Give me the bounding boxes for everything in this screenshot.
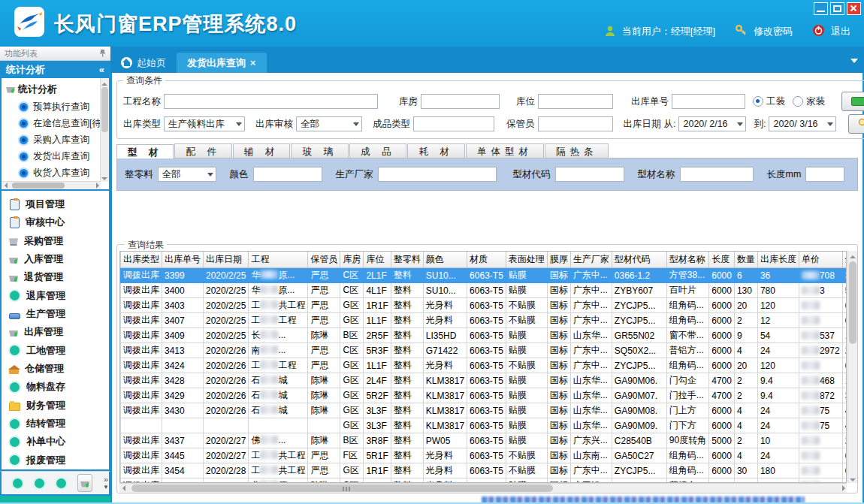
- cell-outlen[interactable]: 780: [757, 283, 799, 298]
- cell-surf[interactable]: 不贴膜: [506, 313, 547, 328]
- project-name-input[interactable]: [164, 94, 378, 109]
- cell-price_tail[interactable]: 2972: [799, 343, 842, 358]
- tree-item[interactable]: 收货入库查询: [5, 164, 107, 181]
- cell-wh[interactable]: G区: [340, 358, 364, 373]
- cell-date[interactable]: 2020/2/27: [204, 448, 249, 463]
- table-row[interactable]: 调拨出库34302020/2/26石城陈琳G区3L3F整料KLM38176063…: [121, 403, 847, 418]
- cell-mfr[interactable]: 广东兴...: [570, 433, 612, 448]
- cell-amt[interactable]: 0: [842, 463, 847, 478]
- tab-close-icon[interactable]: ×: [250, 57, 256, 68]
- cell-loc[interactable]: 5R2F: [364, 388, 391, 403]
- cell-proj[interactable]: 佛...: [249, 433, 308, 448]
- cell-name[interactable]: 门上方: [666, 403, 708, 418]
- cell-date[interactable]: [204, 418, 249, 433]
- cell-surf[interactable]: 不贴膜: [506, 448, 547, 463]
- cell-proj[interactable]: [249, 418, 308, 433]
- cell-amt[interactable]: 0: [842, 358, 847, 373]
- cell-wh[interactable]: B区: [340, 433, 364, 448]
- cell-keeper[interactable]: 严思: [308, 283, 340, 298]
- cell-zl[interactable]: 整料: [391, 343, 423, 358]
- logout-link[interactable]: 退出: [831, 25, 850, 38]
- cell-wh[interactable]: C区: [340, 268, 364, 283]
- cell-zl[interactable]: 整料: [391, 313, 423, 328]
- cell-film[interactable]: 国标: [547, 418, 570, 433]
- date-to-picker[interactable]: 2020/ 3/16: [769, 116, 836, 131]
- cell-no[interactable]: 3429: [162, 388, 204, 403]
- dot-icon[interactable]: [13, 478, 23, 488]
- cell-qty[interactable]: 6: [734, 268, 757, 283]
- cell-qty[interactable]: 20: [734, 358, 757, 373]
- table-row[interactable]: 调拨出库34372020/2/27佛...陈琳B区3R8F整料PW056063-…: [121, 433, 847, 448]
- table-row[interactable]: 调拨出库34452020/2/27工共工程严思F区5R1F整料光身料6063-T…: [121, 448, 847, 463]
- cell-zl[interactable]: 整料: [391, 418, 423, 433]
- cell-mat[interactable]: 6063-T5: [467, 268, 506, 283]
- cell-color[interactable]: SU10...: [423, 283, 467, 298]
- cell-film[interactable]: 国标: [547, 463, 570, 478]
- cell-name[interactable]: 门拉手...: [666, 388, 708, 403]
- cell-price_tail[interactable]: 872: [799, 388, 842, 403]
- sidebar-menu-item[interactable]: 物料盘存: [2, 378, 109, 396]
- close-button[interactable]: [847, 2, 861, 15]
- cell-mfr[interactable]: 山东华...: [570, 388, 612, 403]
- cell-amt[interactable]: 188: [842, 373, 847, 388]
- cell-loc[interactable]: 3R8F: [364, 433, 391, 448]
- cell-name[interactable]: 门勾企: [666, 373, 708, 388]
- column-header[interactable]: 膜厚: [547, 252, 570, 268]
- cell-zl[interactable]: 整料: [391, 448, 423, 463]
- warehouse-input[interactable]: [421, 94, 500, 109]
- cell-loc[interactable]: 2R5F: [364, 328, 391, 343]
- material-tab[interactable]: 单体型材: [466, 143, 544, 158]
- table-row[interactable]: G区3L3F整料KLM38176063-T5贴膜国标山东华...GA90M09.…: [121, 418, 847, 433]
- cell-surf[interactable]: 不贴膜: [506, 358, 547, 373]
- tree-root-stats[interactable]: 统计分析: [5, 81, 107, 98]
- cell-outlen[interactable]: 120: [757, 358, 799, 373]
- cell-type[interactable]: 调拨出库: [121, 328, 162, 343]
- cell-mat[interactable]: 6063-T5: [467, 283, 506, 298]
- cell-code[interactable]: C28540B: [612, 433, 666, 448]
- cell-zl[interactable]: 整料: [391, 403, 423, 418]
- cell-name[interactable]: 组角码...: [666, 298, 708, 313]
- grid-vertical-scrollbar[interactable]: [847, 251, 857, 483]
- cell-mat[interactable]: 6063-T5: [467, 328, 506, 343]
- cell-zl[interactable]: 整料: [391, 358, 423, 373]
- cell-mat[interactable]: 6063-T5: [467, 463, 506, 478]
- cell-surf[interactable]: 不贴膜: [506, 298, 547, 313]
- cell-color[interactable]: KLM3817: [423, 373, 467, 388]
- cell-type[interactable]: 调拨出库: [121, 343, 162, 358]
- cell-wh[interactable]: G区: [340, 313, 364, 328]
- cell-color[interactable]: G71422: [423, 343, 467, 358]
- cell-no[interactable]: 3403: [162, 298, 204, 313]
- cell-mfr[interactable]: 广东中...: [570, 313, 612, 328]
- cell-qty[interactable]: 2: [734, 313, 757, 328]
- cell-name[interactable]: 门下方: [666, 418, 708, 433]
- zhengling-select[interactable]: 全部: [158, 167, 216, 182]
- column-header[interactable]: 库房: [340, 252, 364, 268]
- cell-color[interactable]: PW05: [423, 433, 467, 448]
- date-from-picker[interactable]: 2020/ 2/16: [678, 116, 746, 131]
- dot-icon[interactable]: [56, 478, 66, 488]
- cell-type[interactable]: 调拨出库: [121, 283, 162, 298]
- cell-qty[interactable]: 20: [734, 298, 757, 313]
- cell-color[interactable]: KLM3817: [423, 418, 467, 433]
- cell-proj[interactable]: 华原...: [249, 283, 308, 298]
- table-row[interactable]: 调拨出库34542020/2/28工共工程严思G区1R1F整料光身料6063-T…: [121, 463, 847, 478]
- column-header[interactable]: 保管员: [308, 252, 340, 268]
- cell-mfr[interactable]: 山东华...: [570, 328, 612, 343]
- stats-section-header[interactable]: 统计分析 «: [0, 61, 110, 78]
- cell-code[interactable]: ZYCJP5...: [612, 463, 666, 478]
- cell-date[interactable]: 2020/2/25: [204, 283, 249, 298]
- cell-surf[interactable]: 贴膜: [506, 403, 547, 418]
- cell-outlen[interactable]: 24: [757, 403, 799, 418]
- sidebar-menu-item[interactable]: 退库管理: [2, 287, 109, 305]
- cell-type[interactable]: 调拨出库: [121, 313, 162, 328]
- cell-len[interactable]: 4700: [709, 388, 735, 403]
- cell-amt[interactable]: 423: [842, 418, 847, 433]
- cell-mat[interactable]: 6063-T5: [467, 448, 506, 463]
- cell-zl[interactable]: 整料: [391, 268, 423, 283]
- cell-mfr[interactable]: 广东中...: [570, 358, 612, 373]
- cell-surf[interactable]: 贴膜: [506, 373, 547, 388]
- cell-zl[interactable]: 整料: [391, 283, 423, 298]
- cart-button[interactable]: [77, 474, 92, 492]
- cell-surf[interactable]: 贴膜: [506, 433, 547, 448]
- table-row[interactable]: 调拨出库33992020/2/25华原...严思C区2L1F整料SU10...6…: [121, 268, 847, 283]
